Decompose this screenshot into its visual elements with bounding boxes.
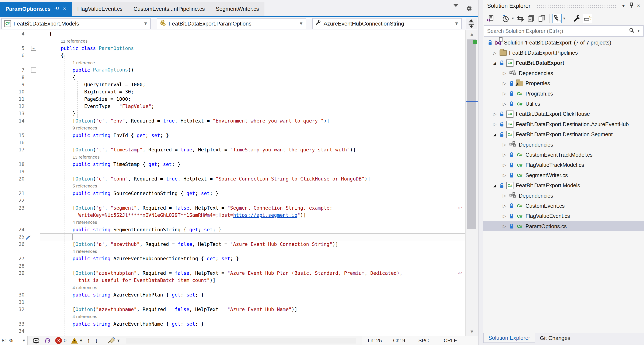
expand-arrow-icon[interactable]: ▷ [500, 173, 508, 178]
expand-arrow-icon[interactable]: ▷ [500, 142, 508, 147]
line-ending-indicator[interactable]: CRLF [438, 338, 464, 344]
scroll-up-arrow-icon[interactable]: ▲ [466, 32, 478, 37]
codelens-references-link[interactable]: 4 references [40, 314, 97, 319]
expand-arrow-icon[interactable]: ▷ [500, 71, 508, 76]
codelens-references-link[interactable]: 13 references [40, 154, 100, 160]
expand-arrow-icon[interactable]: ▷ [491, 122, 498, 127]
pin-icon[interactable] [629, 2, 634, 10]
codelens-references-link[interactable]: 4 references [40, 220, 97, 225]
navigate-up-icon[interactable]: ↑ [87, 337, 90, 344]
pending-changes-filter-icon[interactable] [501, 14, 510, 23]
expand-arrow-icon[interactable]: ▷ [500, 203, 508, 208]
tree-item-flagvaluetrackmodel-cs[interactable]: ▷C#FlagValueTrackModel.cs [483, 160, 644, 170]
spaces-indicator[interactable]: SPC [413, 338, 438, 344]
tab-git-changes[interactable]: Git Changes [535, 333, 575, 343]
tree-item-segmentwriter-cs[interactable]: ▷C#SegmentWriter.cs [483, 170, 644, 180]
collapse-region-button[interactable]: − [31, 68, 36, 72]
panel-splitter[interactable] [478, 0, 483, 345]
collapse-region-button[interactable]: − [31, 46, 36, 51]
column-indicator[interactable]: Ch: 9 [388, 338, 413, 344]
horizontal-scrollbar[interactable] [126, 338, 356, 344]
scroll-down-arrow-icon[interactable]: ▼ [466, 329, 478, 334]
preview-selected-items-icon[interactable] [583, 14, 592, 23]
search-input[interactable]: Search Solution Explorer (Ctrl+;) ▼ [484, 25, 644, 37]
expand-arrow-icon[interactable]: ▷ [500, 214, 508, 219]
expand-arrow-icon[interactable]: ▷ [500, 224, 508, 229]
expand-arrow-icon[interactable]: ▷ [491, 50, 498, 56]
search-icon[interactable] [629, 28, 635, 34]
warnings-badge[interactable]: ! 8 [71, 338, 82, 344]
panel-title-bar[interactable]: Solution Explorer ▼ × [483, 0, 644, 12]
tab-solution-explorer[interactable]: Solution Explorer [483, 333, 535, 343]
tree-item-customeventtrackmodel-cs[interactable]: ▷C#CustomEventTrackModel.cs [483, 150, 644, 160]
document-list-chevron-icon[interactable] [453, 7, 458, 11]
tree-item-featbit-dataexport-destination-azureeventhub[interactable]: ▷C#FeatBit.DataExport.Destination.AzureE… [483, 119, 644, 129]
expand-arrow-icon[interactable]: ▷ [491, 112, 498, 116]
errors-badge[interactable]: ✕ 0 [55, 337, 66, 344]
drag-grip[interactable] [536, 5, 616, 8]
copilot-icon[interactable] [32, 338, 40, 344]
expand-arrow-icon[interactable]: ▷ [500, 162, 508, 168]
tree-item-featbit-dataexport-clickhouse[interactable]: ▷C#FeatBit.DataExport.ClickHouse [483, 109, 644, 119]
tree-item-featbit-dataexport-models[interactable]: ◢C#FeatBit.DataExport.Models [483, 180, 644, 190]
collapse-arrow-icon[interactable]: ◢ [491, 132, 498, 137]
codelens-references-link[interactable]: 11 references [40, 38, 88, 44]
tree-item-paramoptions-cs[interactable]: ▷C#ParamOptions.cs [483, 221, 644, 231]
pin-icon[interactable] [54, 6, 60, 12]
tree-item-featbit-dataexport-destination-segment[interactable]: ◢C#FeatBit.DataExport.Destination.Segmen… [483, 130, 644, 140]
document-tab-segmentwriter-cs[interactable]: SegmentWriter.cs [210, 2, 264, 16]
vertical-scrollbar[interactable]: ▲ ▼ [465, 30, 478, 336]
collapse-all-icon[interactable] [526, 14, 536, 23]
gear-icon[interactable] [466, 5, 472, 12]
collapse-arrow-icon[interactable]: ◢ [491, 60, 498, 65]
scrollbar-thumb[interactable] [467, 40, 476, 229]
tree-item-customevent-cs[interactable]: ▷C#CustomEvent.cs [483, 201, 644, 211]
sync-with-active-document-icon[interactable] [516, 14, 525, 23]
tree-item-dependencies[interactable]: ▷Dependencies [483, 140, 644, 150]
expand-arrow-icon[interactable]: ▷ [500, 91, 508, 96]
type-dropdown[interactable]: FeatBit.DataExport.ParamOptions ▼ [157, 18, 306, 29]
expand-arrow-icon[interactable]: ▷ [500, 81, 508, 86]
close-icon[interactable]: × [63, 6, 66, 12]
code-text-area[interactable]: 4{11 references5− public class ParamOpti… [0, 30, 465, 336]
tree-item-dependencies[interactable]: ▷Dependencies [483, 68, 644, 78]
member-dropdown[interactable]: AzureEventHubConnectionString ▼ [312, 18, 462, 29]
line-indicator[interactable]: Ln: 25 [362, 338, 388, 344]
codelens-references-link[interactable]: 5 references [40, 184, 97, 188]
codelens-references-link[interactable]: 9 references [40, 126, 97, 130]
tree-item-program-cs[interactable]: ▷C#Program.cs [483, 88, 644, 99]
split-window-button[interactable] [466, 18, 477, 29]
tree-item-dependencies[interactable]: ▷Dependencies [483, 191, 644, 201]
tree-item-util-cs[interactable]: ▷C#Util.cs [483, 99, 644, 109]
expand-arrow-icon[interactable]: ▷ [500, 152, 508, 157]
chevron-down-icon[interactable]: ▼ [562, 17, 566, 20]
document-tab-flagvalueevent-cs[interactable]: FlagValueEvent.cs [72, 2, 128, 16]
window-position-chevron-icon[interactable]: ▼ [621, 3, 626, 9]
tree-item-flagvalueevent-cs[interactable]: ▷C#FlagValueEvent.cs [483, 211, 644, 221]
tree-item-solution-featbit-dataexport-7-of-7-projects-[interactable]: ⋈Solution 'FeatBit.DataExport' (7 of 7 p… [483, 38, 644, 48]
project-dropdown[interactable]: C# FeatBit.DataExport.Models ▼ [1, 18, 151, 29]
tree-item-properties[interactable]: ▷Properties [483, 78, 644, 88]
navigate-down-icon[interactable]: ↓ [95, 337, 98, 344]
collapse-arrow-icon[interactable]: ◢ [491, 183, 498, 188]
document-tab-customevents-ntpipeline-cs[interactable]: CustomEvents...ntPipeline.cs [128, 2, 210, 16]
close-icon[interactable]: × [637, 2, 640, 9]
show-all-files-icon[interactable] [537, 14, 546, 23]
code-editor[interactable]: 4{11 references5− public class ParamOpti… [0, 30, 478, 336]
codelens-references-link[interactable]: 4 references [40, 249, 97, 254]
group-by-icon[interactable] [552, 14, 562, 23]
chevron-down-icon[interactable]: ▼ [511, 17, 514, 20]
document-tab-paramoptions-cs[interactable]: ParamOptions.cs× [0, 2, 72, 16]
expand-arrow-icon[interactable]: ▷ [500, 193, 508, 198]
properties-wrench-icon[interactable] [572, 14, 582, 23]
tree-item-featbit-dataexport-pipelines[interactable]: ▷FeatBit.DataExport.Pipelines [483, 48, 644, 58]
codelens-references-link[interactable]: 1 reference [40, 60, 95, 65]
zoom-select[interactable]: 81 % ▼ [0, 336, 28, 345]
tree-item-featbit-dataexport[interactable]: ◢C#FeatBit.DataExport [483, 58, 644, 68]
chevron-down-icon[interactable]: ▼ [637, 29, 640, 33]
codelens-references-link[interactable]: 4 references [40, 285, 97, 290]
intellicode-icon[interactable] [44, 338, 50, 344]
switch-views-icon[interactable] [486, 14, 495, 23]
code-cleanup-button[interactable]: ▼ [108, 337, 120, 344]
expand-arrow-icon[interactable]: ▷ [500, 102, 508, 106]
